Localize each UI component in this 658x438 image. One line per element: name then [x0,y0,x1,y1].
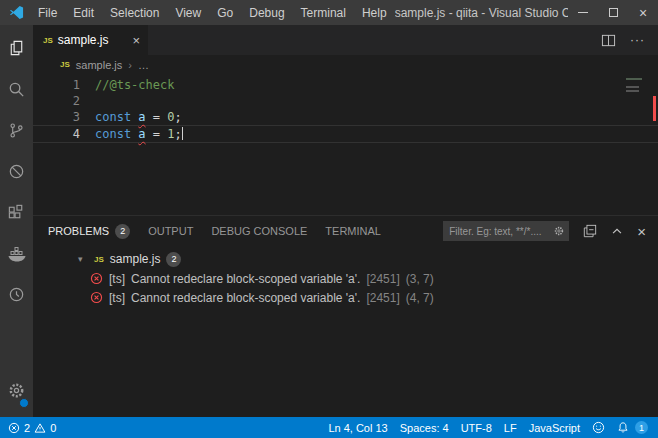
minimize-icon [578,12,588,13]
collapse-all-icon[interactable] [583,224,597,238]
problem-message: Cannot redeclare block-scoped variable '… [131,291,360,305]
title-bar: File Edit Selection View Go Debug Termin… [0,0,658,25]
sidebar-item-search[interactable] [0,69,33,110]
panel-actions: × [583,224,646,239]
vscode-logo-icon [9,5,24,20]
breadcrumb-more[interactable]: … [138,59,149,71]
menu-selection[interactable]: Selection [102,0,167,25]
feedback-button[interactable] [592,421,605,434]
breadcrumb-file[interactable]: sample.js [76,59,122,71]
tab-output[interactable]: OUTPUT [148,225,193,237]
maximize-panel-icon[interactable] [610,224,624,238]
minimap-line-mark [626,82,648,84]
bottom-panel: PROBLEMS 2 OUTPUT DEBUG CONSOLE TERMINAL [33,215,658,417]
language-mode-button[interactable]: JavaScript [529,422,580,434]
operator-token: = [146,127,168,141]
keyword-token: const [95,127,138,141]
line-number[interactable]: 1 [33,77,80,93]
warning-icon [34,422,46,434]
search-icon [7,80,26,99]
menu-help[interactable]: Help [354,0,395,25]
text-cursor [182,127,183,140]
menu-file[interactable]: File [30,0,65,25]
semicolon-token: ; [175,110,182,124]
indentation-button[interactable]: Spaces: 4 [400,422,449,434]
tab-label: sample.js [58,33,109,47]
number-token: 0 [167,110,174,124]
breadcrumb-separator-icon: › [128,59,132,71]
tab-debug-console[interactable]: DEBUG CONSOLE [211,225,307,237]
git-branch-icon [7,121,26,140]
error-variable-token: a [138,127,145,141]
eol-button[interactable]: LF [504,422,517,434]
status-right: Ln 4, Col 13 Spaces: 4 UTF-8 LF JavaScri… [316,421,648,434]
problems-filter-input[interactable] [449,226,553,237]
minimap[interactable] [626,78,648,92]
settings-gear-icon [7,381,26,400]
close-panel-button[interactable]: × [637,224,646,239]
breadcrumb[interactable]: JS sample.js › … [33,55,658,74]
chevron-down-icon[interactable]: ▾ [78,254,88,264]
problems-list: ▾ JS sample.js 2 [ts] Cannot redeclare b… [33,249,658,417]
close-window-button[interactable]: × [628,0,658,25]
tab-terminal[interactable]: TERMINAL [325,225,381,237]
problem-code: [2451] [366,291,399,305]
editor-actions: ··· [588,25,658,55]
maximize-button[interactable] [598,0,628,25]
tab-sample-js[interactable]: JS sample.js × [33,25,148,55]
warning-count: 0 [50,422,56,434]
close-tab-button[interactable]: × [132,33,140,48]
menu-edit[interactable]: Edit [65,0,102,25]
menu-debug[interactable]: Debug [241,0,292,25]
sidebar-item-docker[interactable] [0,233,33,274]
panel-header: PROBLEMS 2 OUTPUT DEBUG CONSOLE TERMINAL [33,216,658,246]
menu-terminal[interactable]: Terminal [293,0,354,25]
vscode-window: File Edit Selection View Go Debug Termin… [0,0,658,438]
docker-whale-icon [7,245,27,263]
code-editor[interactable]: 1 //@ts-check 2 3 const a = 0; 4 const a… [33,74,658,215]
code-line-1: 1 //@ts-check [33,77,658,93]
notifications-button[interactable]: 1 [617,421,648,434]
menu-go[interactable]: Go [209,0,241,25]
errors-warnings-button[interactable]: 2 0 [8,422,56,434]
cursor-position-button[interactable]: Ln 4, Col 13 [328,422,387,434]
filter-icon[interactable] [553,225,565,237]
split-editor-icon[interactable] [601,33,616,48]
sidebar-item-extensions[interactable] [0,192,33,233]
operator-token: = [146,110,168,124]
window-title: sample.js - qiita - Visual Studio C… [395,6,568,20]
tab-bar: JS sample.js × ··· [33,25,658,55]
code-text: const a = 1; [95,126,183,142]
smiley-icon [592,421,605,434]
sidebar-item-explorer[interactable] [0,28,33,69]
problem-item[interactable]: [ts] Cannot redeclare block-scoped varia… [33,288,658,307]
minimize-button[interactable] [568,0,598,25]
semicolon-token: ; [175,127,182,141]
menu-view[interactable]: View [167,0,209,25]
problem-position: (4, 7) [406,291,434,305]
problem-code: [2451] [366,272,399,286]
menu-bar: File Edit Selection View Go Debug Termin… [30,0,395,25]
sidebar-item-source-control[interactable] [0,110,33,151]
notification-count-badge: 1 [635,421,648,434]
problem-item[interactable]: [ts] Cannot redeclare block-scoped varia… [33,269,658,288]
code-text: //@ts-check [95,77,174,93]
problems-file-group[interactable]: ▾ JS sample.js 2 [33,249,658,269]
status-left: 2 0 [8,422,56,434]
code-line-3: 3 const a = 0; [33,109,658,125]
more-actions-icon[interactable]: ··· [630,33,645,47]
problem-source: [ts] [109,291,125,305]
sidebar-item-debug[interactable] [0,151,33,192]
line-number[interactable]: 4 [33,126,80,142]
editor-area: JS sample.js × ··· JS sample.js › … [33,25,658,417]
error-icon [90,272,103,285]
code-line-4-current: 4 const a = 1; [33,125,658,143]
sidebar-item-extension-clock[interactable] [0,274,33,315]
tab-problems[interactable]: PROBLEMS 2 [48,224,130,239]
error-icon [8,422,20,434]
encoding-button[interactable]: UTF-8 [461,422,492,434]
line-number[interactable]: 3 [33,109,80,125]
clock-icon [7,285,26,304]
manage-button[interactable] [0,373,33,407]
line-number[interactable]: 2 [33,93,80,109]
